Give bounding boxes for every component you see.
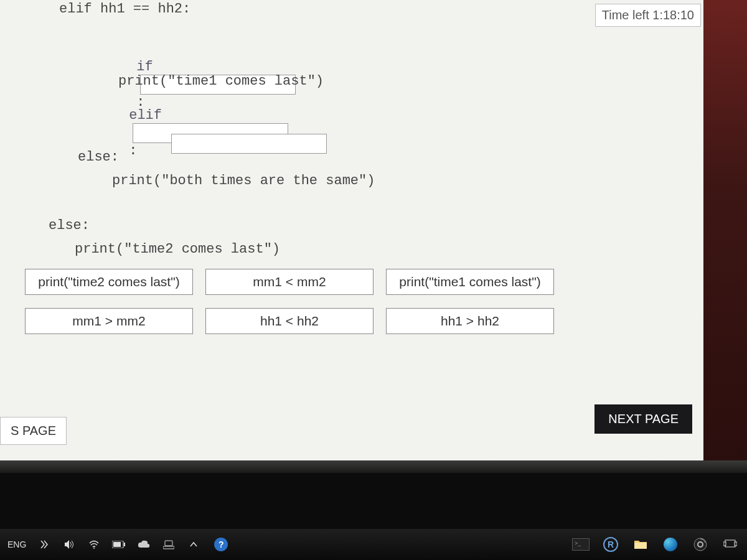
onedrive-icon[interactable] <box>137 538 151 551</box>
wifi-icon[interactable] <box>87 538 101 551</box>
timer-badge: Time left 1:18:10 <box>595 4 701 27</box>
option-hh1-lt-hh2[interactable]: hh1 < hh2 <box>205 308 374 334</box>
r-app-icon[interactable]: R <box>601 535 620 554</box>
if-keyword: if <box>136 59 153 75</box>
terminal-app-icon[interactable] <box>571 535 590 554</box>
svg-rect-4 <box>165 541 172 546</box>
help-glyph: ? <box>214 538 228 551</box>
quiz-panel: Time left 1:18:10 elif hh1 == hh2: if : … <box>0 0 703 460</box>
svg-rect-2 <box>113 542 121 547</box>
code-line-print-time2: print("time2 comes last") <box>75 241 280 257</box>
prev-page-button[interactable]: S PAGE <box>0 417 67 445</box>
svg-rect-3 <box>124 543 125 546</box>
blank-3-container <box>118 118 331 169</box>
volume-icon[interactable] <box>62 538 76 551</box>
task-view-icon[interactable] <box>721 535 740 554</box>
code-line-print-time1: print("time1 comes last") <box>118 73 324 89</box>
code-line-outer-else: else: <box>49 218 90 233</box>
code-line-elif-hh: elif hh1 == hh2: <box>59 1 190 17</box>
edge-glyph <box>664 538 677 551</box>
chevron-up-icon[interactable] <box>187 538 200 551</box>
svg-point-0 <box>93 548 95 549</box>
option-print-time1[interactable]: print("time1 comes last") <box>386 269 554 295</box>
under-desk <box>0 473 747 529</box>
timer-text: Time left 1:18:10 <box>602 8 694 22</box>
help-icon[interactable]: ? <box>212 535 230 554</box>
file-explorer-icon[interactable] <box>631 535 650 554</box>
option-mm1-gt-mm2[interactable]: mm1 > mm2 <box>25 308 193 334</box>
option-print-time2[interactable]: print("time2 comes last") <box>25 269 193 295</box>
code-block: elif hh1 == hh2: if : print("time1 comes… <box>0 0 703 249</box>
blank-3[interactable] <box>171 134 327 154</box>
edge-browser-icon[interactable] <box>661 535 680 554</box>
svg-point-7 <box>694 538 707 551</box>
r-glyph: R <box>603 537 618 552</box>
right-photo-margin <box>703 0 747 460</box>
option-hh1-gt-hh2[interactable]: hh1 > hh2 <box>386 308 554 334</box>
project-icon[interactable] <box>162 538 176 551</box>
connect-icon[interactable] <box>37 538 51 551</box>
option-mm1-lt-mm2[interactable]: mm1 < mm2 <box>205 269 374 295</box>
options-row-1: print("time2 comes last") mm1 < mm2 prin… <box>25 269 554 295</box>
obs-icon[interactable] <box>691 535 710 554</box>
terminal-glyph <box>572 538 590 551</box>
desk-edge <box>0 460 747 473</box>
code-line-inner-else: else: <box>78 149 119 165</box>
code-line-print-same: print("both times are the same") <box>112 173 375 189</box>
windows-taskbar: ENG ? R <box>0 529 747 560</box>
options-row-2: mm1 > mm2 hh1 < hh2 hh1 > hh2 <box>25 308 554 334</box>
svg-rect-11 <box>735 542 737 546</box>
next-page-button[interactable]: NEXT PAGE <box>594 404 692 434</box>
svg-rect-9 <box>725 540 735 547</box>
svg-rect-5 <box>163 546 174 549</box>
svg-rect-6 <box>634 543 647 549</box>
battery-icon[interactable] <box>112 538 126 551</box>
svg-rect-10 <box>723 542 726 546</box>
language-indicator[interactable]: ENG <box>7 539 26 549</box>
